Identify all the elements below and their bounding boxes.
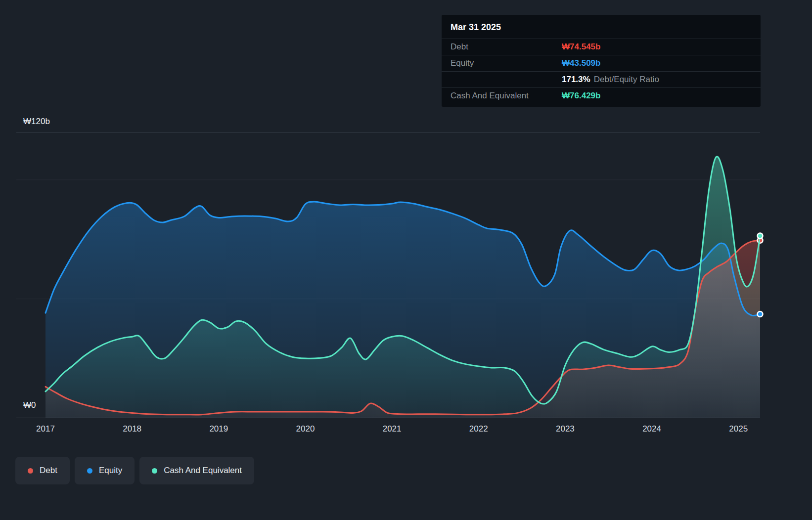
y-axis-label-top: ₩120b <box>23 117 50 127</box>
debt-legend-dot-icon <box>28 468 33 474</box>
endpoint-equity-marker <box>758 311 763 317</box>
x-axis-label-2017: 2017 <box>36 424 55 434</box>
tooltip-cash-value: ₩76.429b <box>562 91 752 101</box>
tooltip-row-equity: Equity ₩43.509b <box>442 55 761 71</box>
x-axis-label-2020: 2020 <box>296 424 315 434</box>
tooltip-equity-label: Equity <box>451 58 562 68</box>
y-axis-label-zero: ₩0 <box>23 400 36 410</box>
tooltip-ratio-value: 171.3% <box>562 75 590 84</box>
tooltip-ratio-label: Debt/Equity Ratio <box>594 75 659 84</box>
equity-legend-dot-icon <box>87 468 92 474</box>
x-axis-label-2023: 2023 <box>556 424 575 434</box>
tooltip-equity-value: ₩43.509b <box>562 58 752 68</box>
endpoint-cash-marker <box>758 233 763 239</box>
tooltip-debt-label: Debt <box>451 42 562 52</box>
tooltip-cash-label: Cash And Equivalent <box>451 91 562 101</box>
chart-series <box>45 157 763 418</box>
tooltip-row-debt: Debt ₩74.545b <box>442 39 761 55</box>
legend-item-debt-label: Debt <box>40 466 57 476</box>
tooltip-ratio: 171.3%Debt/Equity Ratio <box>562 75 752 85</box>
legend-item-cash-label: Cash And Equivalent <box>164 466 242 476</box>
chart-tooltip: Mar 31 2025 Debt ₩74.545b Equity ₩43.509… <box>442 15 761 107</box>
x-axis-label-2022: 2022 <box>469 424 488 434</box>
legend-item-equity[interactable]: Equity <box>75 457 135 484</box>
x-axis-label-2018: 2018 <box>123 424 141 434</box>
x-axis-label-2019: 2019 <box>209 424 228 434</box>
x-axis-label-2021: 2021 <box>383 424 402 434</box>
tooltip-date: Mar 31 2025 <box>442 16 761 39</box>
legend-item-debt[interactable]: Debt <box>15 457 70 484</box>
legend-item-cash[interactable]: Cash And Equivalent <box>139 457 254 484</box>
tooltip-row-cash: Cash And Equivalent ₩76.429b <box>442 87 761 104</box>
tooltip-row-ratio: 171.3%Debt/Equity Ratio <box>442 71 761 87</box>
cash-legend-dot-icon <box>152 468 157 474</box>
legend-item-equity-label: Equity <box>99 466 122 476</box>
x-axis-labels: 201720182019202020212022202320242025 <box>0 424 812 437</box>
chart-legend: Debt Equity Cash And Equivalent <box>15 457 254 484</box>
tooltip-debt-value: ₩74.545b <box>562 42 752 52</box>
x-axis-label-2024: 2024 <box>642 424 661 434</box>
x-axis-label-2025: 2025 <box>729 424 748 434</box>
